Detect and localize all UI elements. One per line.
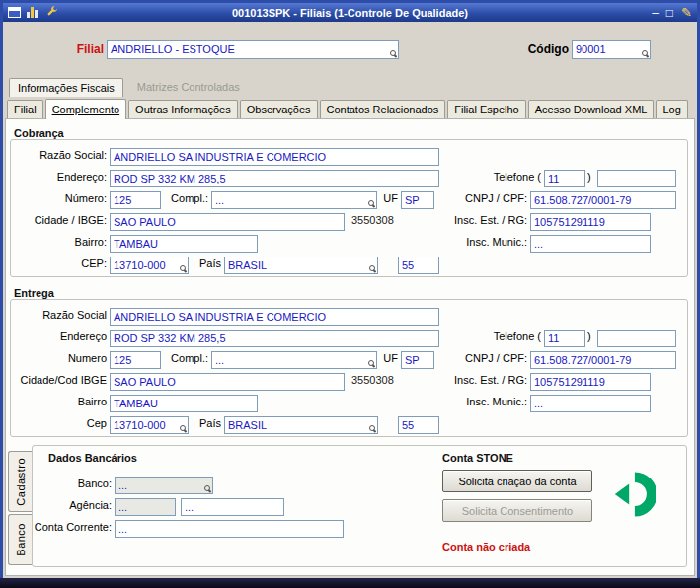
cobranca-cep-input[interactable] (110, 257, 189, 274)
conta-corrente-label: Conta Corrente: (33, 521, 112, 533)
bairro-label: Bairro (13, 396, 107, 407)
lookup-icon[interactable] (369, 425, 376, 432)
banco-field (115, 476, 213, 493)
conta-corrente-input[interactable] (115, 520, 344, 538)
entrega-section-title: Entrega (14, 287, 54, 299)
entrega-telefone-input[interactable] (597, 330, 676, 347)
tab-strip: Filial Complemento Outras Informações Ob… (7, 99, 688, 119)
cobranca-cidade-input[interactable] (110, 213, 345, 231)
cobranca-compl-field (211, 190, 377, 208)
solicita-criacao-button[interactable]: Solicita criação da conta (442, 470, 592, 492)
entrega-cnpj-input[interactable] (530, 351, 676, 369)
codigo-label: Código (467, 42, 569, 56)
lookup-icon[interactable] (180, 265, 187, 272)
lookup-icon[interactable] (368, 200, 375, 207)
tab-observacoes[interactable]: Observações (240, 100, 318, 118)
entrega-insc-est-input[interactable] (530, 373, 651, 391)
tab-complemento[interactable]: Complemento (45, 99, 126, 119)
entrega-ibge-value: 3550308 (351, 374, 394, 386)
cobranca-telefone-input[interactable] (597, 170, 676, 187)
cobranca-cnpj-input[interactable] (530, 191, 676, 209)
entrega-cep-input[interactable] (110, 416, 189, 434)
entrega-compl-input[interactable] (211, 351, 377, 369)
stone-logo-icon (610, 472, 656, 517)
entrega-insc-mun-input[interactable] (530, 395, 651, 412)
minimize-button[interactable]: – (652, 7, 659, 19)
tab-informacoes-fiscais[interactable]: Informações Fiscais (9, 78, 123, 97)
banco-input[interactable] (115, 477, 213, 494)
agencia-conta-input[interactable] (181, 498, 284, 516)
lookup-icon[interactable] (642, 50, 649, 57)
tab-matrizes-controladas: Matrizes Controladas (129, 78, 248, 97)
cobranca-insc-est-input[interactable] (530, 213, 651, 231)
entrega-groupbox: Razão Social Endereço Telefone ( ) Numer… (10, 299, 688, 437)
tab-filial[interactable]: Filial (7, 100, 43, 118)
cobranca-numero-input[interactable] (110, 191, 161, 209)
tab-contatos-relacionados[interactable]: Contatos Relacionados (320, 100, 446, 118)
window-icon[interactable] (8, 7, 21, 18)
cobranca-insc-mun-input[interactable] (530, 235, 651, 253)
entrega-telefone-field (597, 329, 676, 346)
cobranca-cidade-field (110, 212, 345, 230)
entrega-pais-cod-input[interactable] (398, 416, 439, 434)
codigo-input[interactable] (572, 40, 651, 59)
tab-acesso-download-xml[interactable]: Acesso Download XML (528, 100, 655, 118)
lookup-icon[interactable] (204, 485, 211, 492)
entrega-razao-social-input[interactable] (110, 308, 439, 326)
cobranca-compl-input[interactable] (211, 191, 377, 209)
entrega-compl-field (211, 350, 377, 368)
endereco-label: Endereço: (13, 171, 107, 183)
entrega-endereco-input[interactable] (110, 330, 439, 347)
lookup-icon[interactable] (369, 265, 376, 272)
filial-label: Filial (21, 42, 104, 56)
solicita-consentimento-button: Solicita Consentimento (442, 499, 592, 522)
cep-label: CEP: (13, 257, 107, 269)
entrega-numero-input[interactable] (110, 351, 161, 369)
pais-label: País (194, 257, 221, 269)
cobranca-ddd-input[interactable] (544, 170, 585, 187)
entrega-pais-input[interactable] (224, 416, 378, 434)
cobranca-pais-cod-input[interactable] (398, 257, 439, 274)
razao-social-label: Razão Social (13, 309, 107, 321)
side-tab-banco[interactable]: Banco (8, 514, 32, 565)
wrench-icon[interactable] (45, 4, 59, 22)
filial-input[interactable] (107, 40, 399, 59)
entrega-bairro-input[interactable] (110, 395, 258, 412)
uf-label: UF (380, 192, 398, 204)
pais-label: País (194, 417, 221, 429)
conta-stone-title: Conta STONE (442, 452, 513, 464)
entrega-insc-est-field (530, 372, 651, 390)
columns-icon[interactable] (27, 7, 39, 18)
complemento-page: Cobrança Razão Social: Endereço: Telefon… (5, 118, 695, 576)
lookup-icon[interactable] (368, 360, 375, 367)
cnpj-label: CNPJ / CPF: (426, 192, 527, 204)
telefone-label: Telefone ( (445, 171, 541, 183)
cobranca-endereco-field (110, 169, 439, 186)
tab-log[interactable]: Log (656, 100, 687, 118)
cobranca-insc-est-field (530, 212, 651, 230)
cobranca-razao-social-input[interactable] (110, 148, 439, 166)
numero-label: Numero (13, 352, 107, 364)
cobranca-pais-input[interactable] (224, 257, 378, 274)
entrega-cep-field (110, 415, 189, 433)
maximize-button[interactable]: □ (666, 7, 673, 19)
entrega-cidade-input[interactable] (110, 373, 345, 391)
tab-filial-espelho[interactable]: Filial Espelho (447, 100, 525, 118)
cobranca-bairro-input[interactable] (110, 235, 258, 253)
tab-outras-informacoes[interactable]: Outras Informações (128, 100, 238, 118)
cobranca-ddd-field (544, 169, 585, 186)
title-bar[interactable]: 001013SPK - Filiais (1-Controle De Quali… (3, 3, 697, 22)
entrega-ddd-input[interactable] (544, 330, 585, 347)
entrega-insc-mun-field (530, 394, 651, 411)
edit-pencil-icon[interactable]: ✎ (681, 6, 692, 19)
entrega-numero-field (110, 350, 161, 368)
side-tab-cadastro[interactable]: Cadastro (8, 451, 32, 512)
cobranca-endereco-input[interactable] (110, 170, 439, 187)
cobranca-pais-field (224, 256, 378, 273)
banco-label: Banco: (33, 478, 112, 489)
agencia-input[interactable] (115, 498, 176, 516)
lookup-icon[interactable] (390, 50, 397, 57)
cidade-label: Cidade / IBGE: (13, 214, 107, 226)
lookup-icon[interactable] (180, 425, 187, 432)
cobranca-numero-field (110, 190, 161, 208)
